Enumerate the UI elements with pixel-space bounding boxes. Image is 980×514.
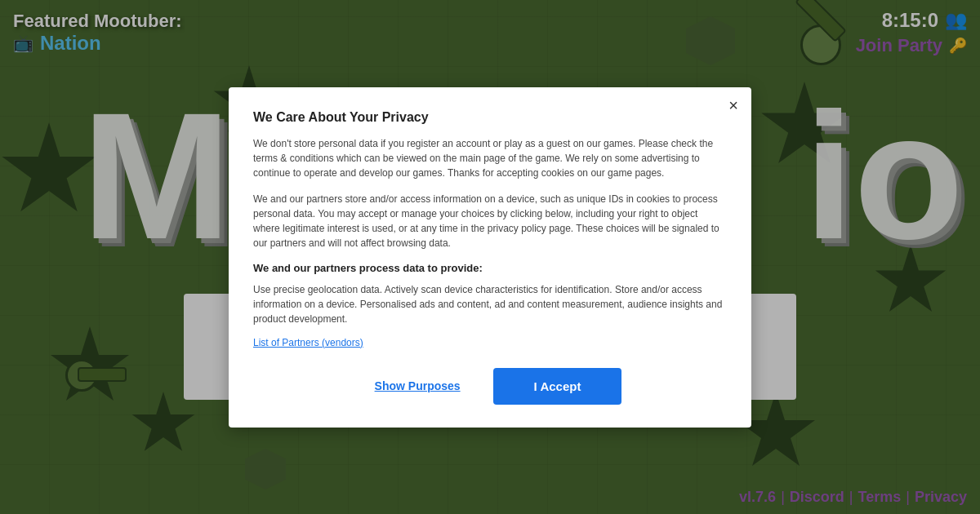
modal-subtitle: We and our partners process data to prov… (253, 262, 727, 274)
modal-title: We Care About Your Privacy (253, 110, 727, 125)
privacy-modal: × We Care About Your Privacy We don't st… (229, 87, 751, 428)
modal-close-button[interactable]: × (728, 97, 738, 113)
modal-buttons: Show Purposes I Accept (253, 368, 727, 405)
partners-link[interactable]: List of Partners (vendors) (253, 337, 363, 348)
modal-paragraph-1: We don't store personal data if you regi… (253, 136, 727, 180)
show-purposes-button[interactable]: Show Purposes (359, 371, 477, 401)
modal-paragraph-3: Use precise geolocation data. Actively s… (253, 282, 727, 326)
modal-paragraph-2: We and our partners store and/or access … (253, 192, 727, 250)
modal-overlay: × We Care About Your Privacy We don't st… (0, 0, 980, 514)
accept-button[interactable]: I Accept (493, 368, 622, 405)
